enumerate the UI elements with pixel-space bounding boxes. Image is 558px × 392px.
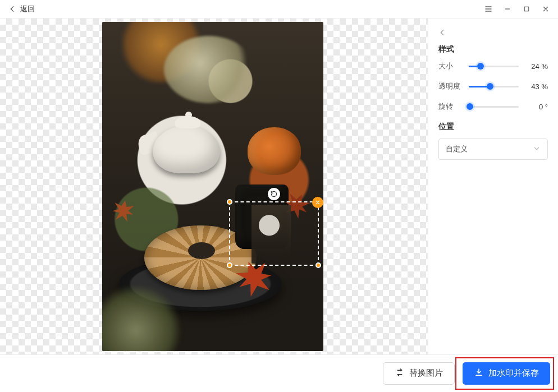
resize-handle-bl[interactable] [227, 262, 232, 268]
position-heading: 位置 [438, 122, 548, 132]
back-label: 返回 [20, 4, 35, 14]
panel-back-button[interactable] [438, 29, 449, 39]
position-selected: 自定义 [446, 144, 468, 154]
download-icon [474, 367, 484, 379]
resize-handle-br[interactable] [315, 262, 321, 268]
watermark-close-button[interactable] [312, 197, 323, 208]
watermark-selection[interactable] [229, 201, 319, 266]
rotate-slider[interactable] [469, 102, 519, 111]
opacity-value: 43 % [524, 82, 548, 91]
replace-image-label: 替换图片 [409, 368, 443, 379]
minimize-button[interactable] [498, 1, 516, 17]
chevron-down-icon [533, 145, 541, 154]
rotate-value: 0 ° [524, 103, 548, 111]
canvas[interactable] [0, 19, 428, 354]
back-button[interactable]: 返回 [3, 4, 35, 14]
opacity-slider[interactable] [469, 82, 519, 91]
arrow-left-icon [8, 4, 17, 13]
replace-image-button[interactable]: 替换图片 [383, 362, 455, 385]
save-label: 加水印并保存 [488, 368, 539, 379]
main-image [102, 22, 323, 351]
size-slider[interactable] [469, 62, 519, 71]
opacity-control: 透明度 43 % [438, 81, 548, 91]
main-area: 样式 大小 24 % 透明度 43 % 旋转 0 ° 位置 自定义 [0, 18, 558, 354]
resize-handle-tl[interactable] [227, 199, 232, 205]
size-value: 24 % [524, 62, 548, 71]
menu-button[interactable] [479, 1, 497, 17]
svg-rect-0 [524, 7, 529, 11]
bottom-bar: 替换图片 加水印并保存 [0, 354, 558, 391]
position-select[interactable]: 自定义 [438, 139, 548, 160]
size-control: 大小 24 % [438, 61, 548, 71]
maximize-button[interactable] [518, 1, 536, 17]
titlebar: 返回 [0, 0, 558, 18]
watermark-thumbnail [251, 205, 291, 264]
side-panel: 样式 大小 24 % 透明度 43 % 旋转 0 ° 位置 自定义 [428, 19, 558, 354]
style-heading: 样式 [438, 44, 548, 54]
rotate-handle[interactable] [268, 188, 280, 200]
opacity-label: 透明度 [438, 81, 463, 91]
rotate-label: 旋转 [438, 102, 463, 112]
size-label: 大小 [438, 61, 463, 71]
rotate-control: 旋转 0 ° [438, 102, 548, 112]
close-button[interactable] [537, 1, 555, 17]
window-controls [479, 1, 555, 17]
swap-icon [395, 367, 405, 379]
save-button[interactable]: 加水印并保存 [463, 362, 550, 385]
